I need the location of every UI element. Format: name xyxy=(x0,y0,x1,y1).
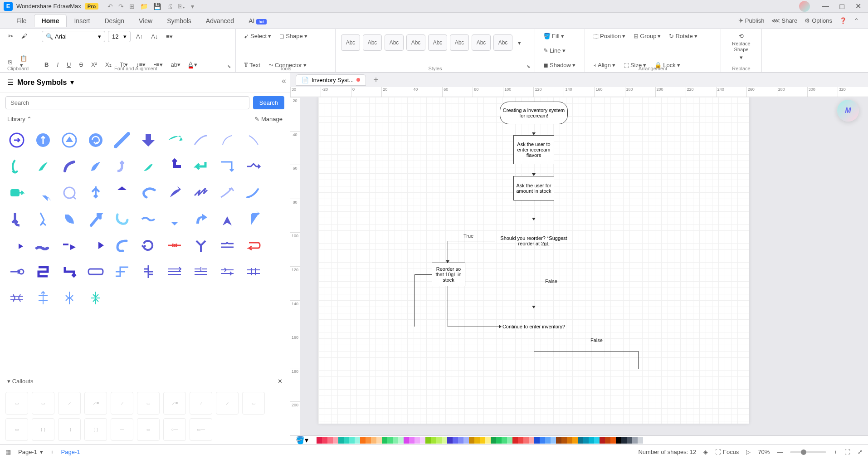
callout-symbol[interactable]: ▭ xyxy=(5,392,28,415)
color-swatch[interactable] xyxy=(463,437,469,444)
publish-button[interactable]: ✈Publish xyxy=(738,17,765,24)
color-swatch[interactable] xyxy=(507,437,512,444)
arrow-symbol[interactable] xyxy=(5,208,28,230)
arrow-symbol[interactable] xyxy=(216,234,239,257)
arrow-symbol[interactable] xyxy=(58,181,81,204)
arrow-symbol[interactable] xyxy=(111,129,133,151)
search-input[interactable] xyxy=(5,96,249,109)
arrow-symbol[interactable] xyxy=(137,260,160,283)
drawing-page[interactable]: Creating a inventory system for icecream… xyxy=(318,97,749,424)
canvas[interactable]: Creating a inventory system for icecream… xyxy=(300,97,868,435)
rotate-button[interactable]: ↻ Rotate▾ xyxy=(666,31,700,41)
fill-tool-icon[interactable]: 🪣▾ xyxy=(296,436,308,444)
style-swatch-7[interactable]: Abc xyxy=(472,34,491,51)
color-swatch[interactable] xyxy=(398,437,404,444)
style-swatch-5[interactable]: Abc xyxy=(428,34,447,51)
grow-font-button[interactable]: A↑ xyxy=(133,31,146,42)
style-swatch-3[interactable]: Abc xyxy=(385,34,404,51)
page-layout-icon[interactable]: ▦ xyxy=(5,449,11,455)
options-button[interactable]: ⚙Options xyxy=(805,17,832,24)
maximize-button[interactable]: ◻ xyxy=(835,2,848,11)
arrow-symbol[interactable] xyxy=(137,155,160,178)
arrow-symbol[interactable] xyxy=(163,155,186,178)
arrow-symbol[interactable] xyxy=(190,155,212,178)
color-swatch[interactable] xyxy=(594,437,600,444)
cut-button[interactable]: ✂ xyxy=(5,31,16,41)
arrow-symbol[interactable] xyxy=(84,208,107,230)
color-swatch[interactable] xyxy=(311,437,317,444)
arrow-symbol[interactable] xyxy=(190,129,212,151)
color-swatch[interactable] xyxy=(616,437,621,444)
tab-design[interactable]: Design xyxy=(97,15,132,27)
callout-symbol[interactable]: ［ ］ xyxy=(84,418,107,441)
library-toggle[interactable]: Library ⌃ xyxy=(7,116,32,122)
color-swatch[interactable] xyxy=(605,437,610,444)
shrink-font-button[interactable]: A↓ xyxy=(148,31,161,42)
arrow-symbol[interactable] xyxy=(5,155,28,178)
flowchart-process[interactable]: Ask the user for amount in stock xyxy=(513,176,554,200)
arrow-symbol[interactable] xyxy=(58,287,81,309)
replace-shape-button[interactable]: ⟲ Replace Shape ▾ xyxy=(727,31,756,63)
arrow-symbol[interactable] xyxy=(137,208,160,230)
color-swatch[interactable] xyxy=(366,437,371,444)
style-swatch-6[interactable]: Abc xyxy=(450,34,469,51)
focus-mode-button[interactable]: ⛶ Focus xyxy=(715,449,739,455)
color-swatch[interactable] xyxy=(404,437,409,444)
search-button[interactable]: Search xyxy=(253,96,284,109)
arrow-symbol[interactable] xyxy=(32,155,54,178)
document-tab[interactable]: 📄 Inventory Syst... xyxy=(296,74,366,86)
styles-more-button[interactable]: ▾ xyxy=(515,38,524,48)
arrow-symbol[interactable] xyxy=(216,155,239,178)
arrow-symbol[interactable] xyxy=(5,260,28,283)
zoom-out-button[interactable]: — xyxy=(777,449,783,455)
close-button[interactable]: ✕ xyxy=(852,2,864,11)
arrow-symbol[interactable] xyxy=(216,260,239,283)
color-swatch[interactable] xyxy=(621,437,627,444)
style-swatch-8[interactable]: Abc xyxy=(493,34,512,51)
flowchart-process[interactable]: Ask the user to enter icecream flavors xyxy=(513,135,554,164)
color-swatch[interactable] xyxy=(632,437,638,444)
color-swatch[interactable] xyxy=(627,437,632,444)
arrow-symbol[interactable] xyxy=(216,181,239,204)
collapse-ribbon-button[interactable]: ⌃ xyxy=(854,17,859,24)
callout-symbol[interactable]: ○— xyxy=(163,418,186,441)
callout-symbol[interactable]: ▭ xyxy=(32,392,54,415)
arrow-symbol[interactable] xyxy=(216,208,239,230)
color-swatch[interactable] xyxy=(458,437,463,444)
flowchart-terminator[interactable]: Creating a inventory system for icecream… xyxy=(500,102,568,124)
arrow-symbol[interactable] xyxy=(242,129,265,151)
color-swatch[interactable] xyxy=(523,437,529,444)
color-swatch[interactable] xyxy=(583,437,589,444)
color-swatch[interactable] xyxy=(355,437,360,444)
color-swatch[interactable] xyxy=(447,437,453,444)
tab-symbols[interactable]: Symbols xyxy=(160,15,199,27)
color-swatch[interactable] xyxy=(561,437,567,444)
arrow-symbol[interactable] xyxy=(190,234,212,257)
styles-dialog-launcher[interactable]: ⬊ xyxy=(527,64,533,70)
color-swatch[interactable] xyxy=(610,437,616,444)
color-swatch[interactable] xyxy=(545,437,551,444)
arrow-symbol[interactable] xyxy=(84,260,107,283)
callout-symbol[interactable]: ▭ xyxy=(137,392,160,415)
arrow-symbol[interactable] xyxy=(242,260,265,283)
color-swatch[interactable] xyxy=(502,437,507,444)
color-swatch[interactable] xyxy=(567,437,572,444)
arrow-symbol[interactable] xyxy=(32,129,54,151)
color-swatch[interactable] xyxy=(491,437,496,444)
undo-button[interactable]: ↶ xyxy=(107,3,113,10)
color-swatch[interactable] xyxy=(414,437,420,444)
color-swatch[interactable] xyxy=(469,437,474,444)
flowchart-decision[interactable]: Should you reorder? *Suggest reorder at … xyxy=(495,220,572,261)
arrow-symbol[interactable] xyxy=(190,260,212,283)
color-swatch[interactable] xyxy=(485,437,491,444)
callout-symbol[interactable]: — xyxy=(111,418,133,441)
flowchart-process[interactable]: Reorder so that 10gL in stock xyxy=(432,263,465,286)
arrow-symbol[interactable] xyxy=(32,234,54,257)
manage-button[interactable]: ✎ Manage xyxy=(254,116,283,122)
arrow-symbol[interactable] xyxy=(5,234,28,257)
color-swatch[interactable] xyxy=(529,437,534,444)
help-button[interactable]: ❓ xyxy=(839,17,847,24)
shadow-button[interactable]: ◼ Shadow ▾ xyxy=(541,60,579,70)
arrow-symbol[interactable] xyxy=(5,129,28,151)
arrow-symbol[interactable] xyxy=(137,129,160,151)
